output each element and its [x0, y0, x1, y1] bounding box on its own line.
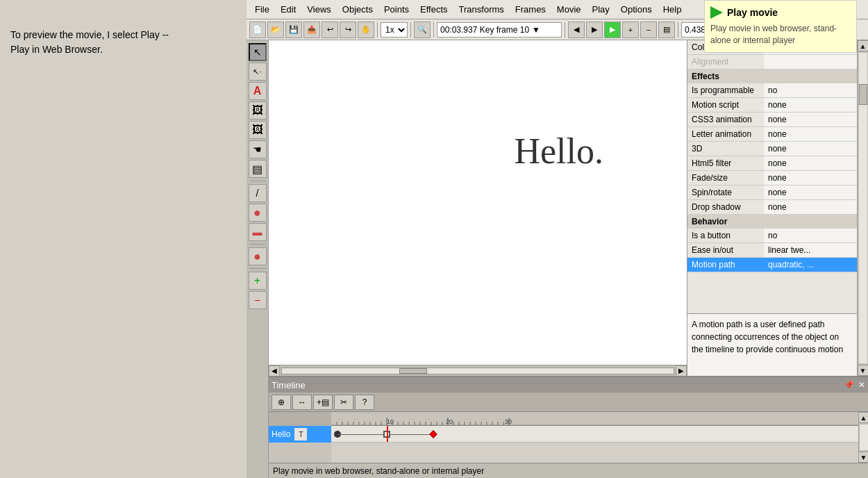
pan-button[interactable]: ✋	[358, 22, 374, 38]
right-vscrollbar: ▲ ▼	[857, 40, 868, 376]
scroll-left-btn[interactable]: ◀	[269, 365, 280, 377]
prop-spin-label: Spin/rotate	[687, 186, 764, 199]
add-keyframe-button[interactable]: +	[622, 22, 639, 38]
timeline-ruler: 10 20 30	[331, 412, 858, 426]
menu-views[interactable]: Views	[301, 3, 336, 16]
menu-transforms[interactable]: Transforms	[453, 3, 510, 16]
prop-spin-row: Spin/rotate none	[687, 186, 857, 200]
hello-text-object[interactable]: Hello.	[514, 131, 603, 172]
new-button[interactable]: 📄	[249, 22, 266, 38]
timeline-close-icon[interactable]: ✕	[858, 380, 865, 390]
prop-letter-row: Letter animation none	[687, 127, 857, 142]
circle-tool[interactable]: ●	[249, 204, 267, 222]
vscroll-up-btn[interactable]: ▲	[858, 40, 869, 51]
prop-letter-value[interactable]: none	[764, 127, 857, 141]
prop-css3-label: CSS3 animation	[687, 113, 764, 126]
text-tool[interactable]: A	[249, 82, 267, 100]
keyframe-dropdown-icon[interactable]: ▼	[532, 25, 540, 35]
prop-3d-row: 3D none	[687, 142, 857, 156]
tl-move-btn[interactable]: ↔	[292, 395, 312, 410]
prop-alignment-label: Alignment	[687, 55, 764, 69]
menu-file[interactable]: File	[249, 3, 275, 16]
circle2-tool[interactable]: ●	[249, 247, 267, 265]
scroll-thumb-h[interactable]	[399, 368, 427, 374]
prop-motion-path-row[interactable]: Motion path quadratic, ...	[687, 258, 857, 272]
remove-object-button[interactable]: −	[249, 291, 267, 309]
instruction-text: To preview the movie, I select Play -- P…	[0, 21, 247, 64]
hand-tool[interactable]: ☚	[249, 140, 267, 158]
prop-spin-value[interactable]: none	[764, 186, 857, 199]
timeline-pin-icon[interactable]: 📌	[844, 380, 854, 390]
select-tool[interactable]: ↖	[249, 43, 267, 61]
timeline-controls: ⊕ ↔ +▤ ✂ ?	[269, 393, 868, 412]
timeline-button[interactable]: ▤	[658, 22, 675, 38]
keyframe-end[interactable]	[429, 430, 437, 438]
tl-help-btn[interactable]: ?	[355, 395, 374, 410]
scroll-right-btn[interactable]: ▶	[676, 365, 687, 377]
prop-3d-value[interactable]: none	[764, 142, 857, 156]
menu-objects[interactable]: Objects	[337, 3, 378, 16]
prop-ease-value[interactable]: linear twe...	[764, 243, 857, 257]
menu-play[interactable]: Play	[587, 3, 615, 16]
prop-programmable-value[interactable]: no	[764, 83, 857, 97]
prop-html5-value[interactable]: none	[764, 156, 857, 170]
add-object-button[interactable]: +	[249, 272, 267, 290]
prop-motion-path-value[interactable]: quadratic, ...	[764, 258, 857, 272]
vscroll-down-btn[interactable]: ▼	[858, 365, 869, 376]
menu-options[interactable]: Options	[615, 3, 658, 16]
vscroll-thumb[interactable]	[859, 84, 867, 105]
prop-css3-value[interactable]: none	[764, 113, 857, 126]
prop-fade-value[interactable]: none	[764, 171, 857, 185]
tl-cut-btn[interactable]: ✂	[334, 395, 353, 410]
film-tool[interactable]: ▤	[249, 160, 267, 178]
timeline-title: Timeline	[272, 380, 844, 390]
prev-frame-button[interactable]: ◀	[568, 22, 585, 38]
menu-movie[interactable]: Movie	[551, 3, 587, 16]
open-button[interactable]: 📂	[267, 22, 284, 38]
tl-vscroll-track[interactable]	[860, 425, 868, 450]
scroll-track-h[interactable]	[281, 368, 674, 374]
props-panel: Color black Alignment Effects Is program…	[687, 40, 857, 313]
prop-programmable-label: Is programmable	[687, 83, 764, 97]
timeline-hello-row[interactable]: Hello T	[269, 426, 331, 443]
prop-html5-row: Html5 filter none	[687, 156, 857, 171]
image-tool[interactable]: 🖼	[249, 101, 267, 120]
menu-effects[interactable]: Effects	[415, 3, 453, 16]
node-select-tool[interactable]: ↖·	[249, 63, 267, 81]
menu-frames[interactable]: Frames	[510, 3, 551, 16]
undo-button[interactable]: ↩	[322, 22, 338, 38]
tl-vscroll-down[interactable]: ▼	[858, 452, 869, 463]
remove-keyframe-button[interactable]: −	[640, 22, 657, 38]
image2-tool[interactable]: 🖼	[249, 121, 267, 139]
play-button[interactable]: ▶	[604, 22, 621, 38]
prop-motion-script-value[interactable]: none	[764, 98, 857, 112]
prop-fade-label: Fade/size	[687, 171, 764, 185]
canvas[interactable]: Hello.	[269, 40, 687, 365]
tl-add-keyframe-btn[interactable]: ⊕	[272, 395, 291, 410]
rect-tool[interactable]: ▬	[249, 223, 267, 241]
timeline-track-row[interactable]	[331, 426, 858, 443]
menu-help[interactable]: Help	[658, 3, 687, 16]
tl-add-frame-btn[interactable]: +▤	[313, 395, 333, 410]
save-button[interactable]: 💾	[285, 22, 302, 38]
menu-points[interactable]: Points	[378, 3, 415, 16]
tl-vscroll-up[interactable]: ▲	[858, 412, 869, 423]
line-tool[interactable]: /	[249, 184, 267, 202]
zoom-select[interactable]: 1x	[381, 22, 408, 38]
sep5	[678, 22, 678, 38]
prop-alignment-value[interactable]	[764, 55, 857, 69]
vscroll-track[interactable]	[859, 53, 867, 363]
export-button[interactable]: 📤	[303, 22, 320, 38]
redo-button[interactable]: ↪	[340, 22, 356, 38]
tooltip-body: Play movie in web browser, stand-alone o…	[710, 40, 851, 47]
menu-edit[interactable]: Edit	[275, 3, 301, 16]
next-frame-button[interactable]: ▶	[586, 22, 603, 38]
prop-alignment-row: Alignment	[687, 55, 857, 69]
timeline-type-icon: T	[294, 428, 307, 440]
prop-button-value[interactable]: no	[764, 229, 857, 242]
prop-shadow-value[interactable]: none	[764, 200, 857, 214]
prop-css3-row: CSS3 animation none	[687, 113, 857, 127]
prop-shadow-label: Drop shadow	[687, 200, 764, 214]
prop-3d-label: 3D	[687, 142, 764, 156]
zoom-in-button[interactable]: 🔍	[414, 22, 431, 38]
